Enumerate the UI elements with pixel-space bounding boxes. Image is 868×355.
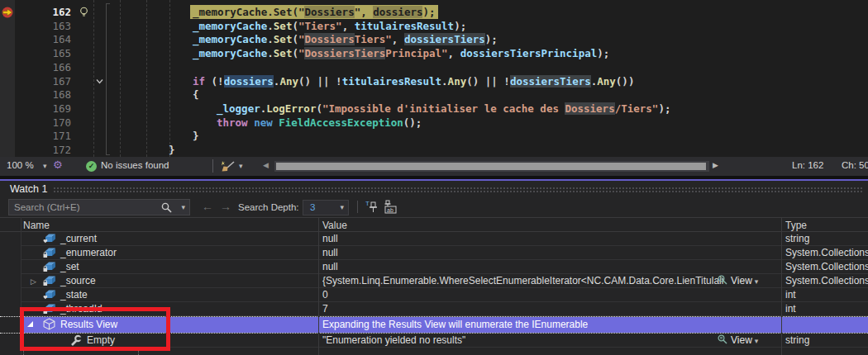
code-text: _memoryCache.Set("Tiers", titulairesResu… [193,19,466,33]
code-text: _memoryCache.Set("Dossiers", dossiers); [190,5,438,19]
code-text: throw new FieldAccessException(); [217,116,422,130]
field-heart-icon [43,233,56,244]
expand-arrow-icon[interactable]: ▷ [31,275,36,289]
watch-row--enumerator[interactable]: _enumeratornullSystem.Collections. [0,246,868,260]
watch-name[interactable]: _enumerator [60,246,117,260]
toolbar-divider [357,201,358,213]
code-line-171[interactable]: 171} [0,129,868,143]
visual-studio-debug-window: { "editor": { "lines": [ {"num":"162","i… [0,0,868,355]
watch-search-box[interactable]: ▾ [8,199,190,215]
search-icon[interactable] [160,201,173,214]
watch-row--set[interactable]: _setnullSystem.Collections. [0,260,868,274]
column-divider[interactable] [318,217,319,355]
scroll-right-arrow-icon[interactable]: ▶ [713,161,718,169]
code-line-166[interactable]: 166 [0,60,868,74]
fold-chevron-icon[interactable] [94,76,105,87]
annotation-red-rectangle [20,307,170,351]
code-line-168[interactable]: 168{ [0,88,868,102]
watch-type: System.Collections. [785,246,868,260]
scroll-left-arrow-icon[interactable]: ◀ [263,161,269,169]
code-text: if (!dossiers.Any() || !titulairesResult… [193,74,634,88]
code-line-163[interactable]: 163_memoryCache.Set("Tiers", titulairesR… [0,19,868,33]
code-text: } [193,129,199,143]
watch-type: System.Collections. [785,260,868,274]
search-depth-value: 3 [310,202,315,212]
search-depth-label: Search Depth: [238,202,299,212]
line-number: 169 [15,102,71,116]
code-line-169[interactable]: 169_logger.LogError("Impossible d'initia… [0,102,868,116]
watch-row--current[interactable]: _currentnullstring [0,232,868,246]
watch-name[interactable]: _state [60,288,88,302]
view-visualizer-button[interactable]: View▾ [717,334,780,348]
view-button-label: View [731,334,752,346]
code-text: { [193,88,199,102]
code-text: } [169,143,175,157]
watch-row--source[interactable]: ▷_source{System.Linq.Enumerable.WhereSel… [0,274,868,288]
line-number: 168 [15,88,71,102]
field-lock-icon [43,261,56,272]
watch-value[interactable]: null [322,232,338,246]
view-visualizer-button[interactable]: View▾ [717,274,780,289]
watch-name[interactable]: _source [60,274,96,288]
lightbulb-icon[interactable] [78,6,90,18]
horizontal-scrollbar[interactable] [274,161,709,172]
code-line-172[interactable]: 172} [0,143,868,157]
search-input[interactable] [14,201,155,214]
watch-type: System.Collections. [785,274,868,288]
cleanup-dropdown-caret-icon[interactable]: ▾ [239,162,243,170]
code-line-162[interactable]: 162_memoryCache.Set("Dossiers", dossiers… [0,5,868,19]
watch-type: int [785,302,796,316]
line-number: 166 [15,60,71,74]
field-lock-icon [43,247,56,258]
editor-status-bar: 100 % ▾ ⚙ ✓ No issues found ▾ ◀ ▶ Ln: 16… [0,157,868,176]
line-number: 167 [15,74,71,88]
watch-value[interactable]: 7 [322,302,328,316]
code-line-170[interactable]: 170throw new FieldAccessException(); [0,116,868,130]
issues-status-text[interactable]: No issues found [101,160,169,170]
column-divider[interactable] [781,217,782,355]
code-text: _memoryCache.Set("DossiersTiers", dossie… [193,32,498,46]
watch-value[interactable]: Expanding the Results View will enumerat… [322,317,588,333]
status-divider [212,159,213,173]
watch-name[interactable]: _set [60,260,79,274]
code-text: _logger.LogError("Impossible d'initialis… [217,102,670,116]
code-line-164[interactable]: 164_memoryCache.Set("DossiersTiers", dos… [0,32,868,46]
watch-value[interactable]: 0 [322,288,328,302]
search-next-icon[interactable]: → [220,200,231,213]
watch-panel-title[interactable]: Watch 1 [10,183,47,195]
intellicode-icon[interactable]: ⚙ [53,159,63,171]
column-header-name[interactable]: Name [23,220,50,231]
code-editor[interactable]: 162_memoryCache.Set("Dossiers", dossiers… [0,0,868,157]
column-header-value[interactable]: Value [322,220,347,231]
search-previous-icon[interactable]: ← [202,200,213,213]
svg-text:T: T [365,200,370,207]
no-issues-check-icon[interactable]: ✓ [86,161,97,172]
watch-value[interactable]: "Enumeration yielded no results" [322,334,465,348]
code-line-165[interactable]: 165_memoryCache.Set("DossiersTiersPrinci… [0,46,868,60]
line-number: 171 [15,129,71,143]
search-depth-dropdown[interactable]: 3 ▾ [303,200,349,215]
watch-grid-header: Name Value Type [0,217,868,232]
title-grip-dots [53,187,864,193]
watch-value[interactable]: {System.Linq.Enumerable.WhereSelectEnume… [322,274,723,288]
field-heart-icon [43,289,56,301]
watch-value[interactable]: null [322,246,338,260]
watch-name[interactable]: _current [60,232,97,246]
line-indicator: Ln: 162 [792,160,823,170]
scrollbar-thumb[interactable] [276,163,706,170]
line-number: 163 [15,19,71,33]
code-cleanup-broom-icon[interactable] [220,159,236,173]
watch-type: string [785,232,809,246]
pin-to-source-icon[interactable]: T [364,199,380,215]
column-header-type[interactable]: Type [785,220,807,231]
watch-row--state[interactable]: _state0int [0,288,868,302]
zoom-level-control[interactable]: 100 % [7,160,34,170]
watch-value[interactable]: null [322,260,338,274]
code-text: _memoryCache.Set("DossiersTiersPrincipal… [193,46,609,60]
pin-member-icon[interactable]: ab [382,199,398,215]
code-line-167[interactable]: 167if (!dossiers.Any() || !titulairesRes… [0,74,868,88]
field-lock-icon [43,275,56,286]
zoom-dropdown-caret-icon[interactable]: ▾ [43,162,47,170]
watch-type: string [785,334,809,348]
search-options-caret-icon[interactable]: ▾ [181,203,185,211]
